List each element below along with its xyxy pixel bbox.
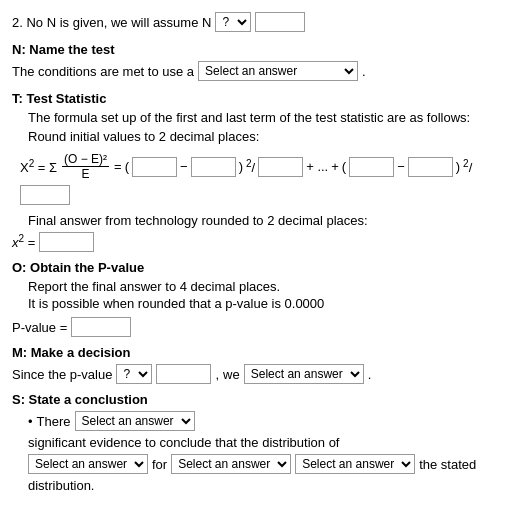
pow1: 2/ xyxy=(246,158,255,175)
formula-input3[interactable] xyxy=(258,157,303,177)
formula-cont-row xyxy=(20,185,506,205)
n-period: . xyxy=(362,64,366,79)
pow2: 2/ xyxy=(463,158,472,175)
plus-dots: + ... xyxy=(306,159,328,174)
m-header: M: Make a decision xyxy=(12,345,506,360)
m-row: Since the p-value ? , we Select an answe… xyxy=(12,364,506,384)
pvalue-label: P-value = xyxy=(12,320,67,335)
x2-final-label: x2 = xyxy=(12,233,35,250)
equals-sign: = xyxy=(114,159,122,174)
t-line2: Round initial values to 2 decimal places… xyxy=(28,129,506,144)
minus2: − xyxy=(397,159,405,174)
n-body-text: The conditions are met to use a xyxy=(12,64,194,79)
x2-label: X2 = Σ xyxy=(20,158,57,175)
fraction: (O − E)² E xyxy=(62,152,109,181)
s-conclude-row2: Select an answer for Select an answer Se… xyxy=(28,454,506,474)
m-input[interactable] xyxy=(156,364,211,384)
step2-input[interactable] xyxy=(255,12,305,32)
s-select4[interactable]: Select an answer xyxy=(295,454,415,474)
paren-open2: ( xyxy=(342,159,346,174)
x2-sub: 2 xyxy=(29,158,35,169)
m-dropdown1[interactable]: ? xyxy=(116,364,152,384)
s-for-label: for xyxy=(152,457,167,472)
o-line2: It is possible when rounded that a p-val… xyxy=(28,296,506,311)
final-answer-label: Final answer from technology rounded to … xyxy=(28,213,506,228)
m-we-label: we xyxy=(223,367,240,382)
frac-den: E xyxy=(80,167,92,181)
o-header: O: Obtain the P-value xyxy=(12,260,506,275)
s-there-label: There xyxy=(37,414,71,429)
s-body: • There Select an answer significant evi… xyxy=(28,411,506,493)
paren-close1: ) xyxy=(239,159,243,174)
m-comma: , xyxy=(215,367,219,382)
t-line1: The formula set up of the first and last… xyxy=(28,110,506,125)
m-period: . xyxy=(368,367,372,382)
s-sig-text: significant evidence to conclude that th… xyxy=(28,435,339,450)
formula-input1[interactable] xyxy=(132,157,177,177)
s-the-stated: the stated xyxy=(419,457,476,472)
formula-input4[interactable] xyxy=(349,157,394,177)
s-select3[interactable]: Select an answer xyxy=(171,454,291,474)
paren-open1: ( xyxy=(125,159,129,174)
step2-row: 2. No N is given, we will assume N ? xyxy=(12,12,506,32)
n-body-row: The conditions are met to use a Select a… xyxy=(12,61,506,81)
pvalue-row: P-value = xyxy=(12,317,506,337)
plus-sign: + xyxy=(331,159,339,174)
step2-dropdown[interactable]: ? xyxy=(215,12,251,32)
x2-final-input[interactable] xyxy=(39,232,94,252)
s-select2[interactable]: Select an answer xyxy=(28,454,148,474)
m-select[interactable]: Select an answer xyxy=(244,364,364,384)
paren-close2: ) xyxy=(456,159,460,174)
n-header: N: Name the test xyxy=(12,42,506,57)
formula-row: X2 = Σ (O − E)² E = ( − ) 2/ + ... + ( −… xyxy=(20,152,506,181)
formula-input5[interactable] xyxy=(408,157,453,177)
formula-input6[interactable] xyxy=(20,185,70,205)
s-conclude-row: • There Select an answer significant evi… xyxy=(28,411,506,450)
s-header: S: State a conclustion xyxy=(12,392,506,407)
m-since-label: Since the p-value xyxy=(12,367,112,382)
o-line1: Report the final answer to 4 decimal pla… xyxy=(28,279,506,294)
bullet-char: • xyxy=(28,414,33,429)
s-select1[interactable]: Select an answer xyxy=(75,411,195,431)
s-distribution-label: distribution. xyxy=(28,478,94,493)
x2-final-row: x2 = xyxy=(12,232,506,252)
frac-num: (O − E)² xyxy=(62,152,109,167)
t-header: T: Test Statistic xyxy=(12,91,506,106)
s-distribution-row: distribution. xyxy=(28,478,506,493)
formula-input2[interactable] xyxy=(191,157,236,177)
minus1: − xyxy=(180,159,188,174)
n-select[interactable]: Select an answer xyxy=(198,61,358,81)
step2-label: 2. No N is given, we will assume N xyxy=(12,15,211,30)
pvalue-input[interactable] xyxy=(71,317,131,337)
